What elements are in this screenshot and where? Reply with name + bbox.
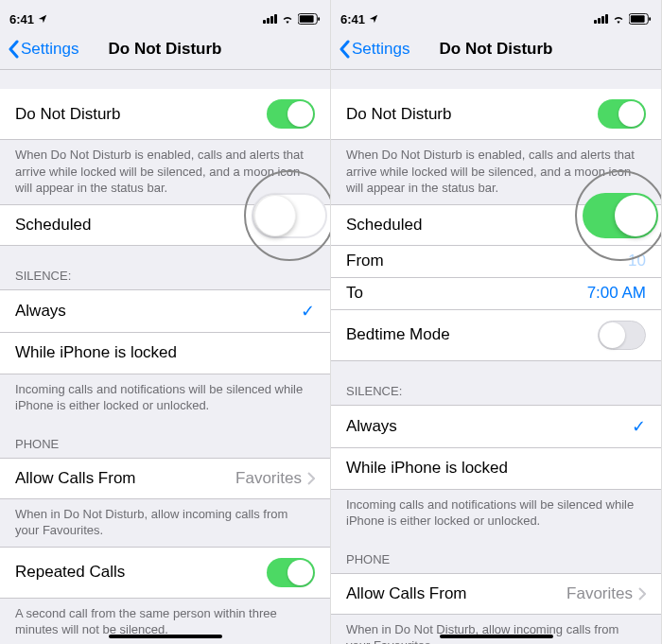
svg-rect-2	[318, 17, 320, 21]
silence-header: Silence:	[0, 246, 330, 289]
repeated-calls-row[interactable]: Repeated Calls	[0, 547, 330, 599]
dnd-row[interactable]: Do Not Disturb	[331, 89, 661, 140]
signal-icon	[594, 14, 608, 24]
dnd-toggle[interactable]	[267, 99, 315, 129]
nav-title: Do Not Disturb	[440, 40, 553, 59]
status-right	[263, 13, 321, 25]
status-right	[594, 13, 652, 25]
scheduled-toggle-enlarged[interactable]	[252, 193, 327, 238]
to-row[interactable]: To 7:00 AM	[331, 278, 661, 310]
scheduled-toggle-enlarged[interactable]	[583, 193, 658, 238]
while-locked-label: While iPhone is locked	[346, 459, 508, 478]
while-locked-label: While iPhone is locked	[15, 343, 177, 362]
wifi-icon	[612, 14, 625, 24]
to-value: 7:00 AM	[587, 284, 646, 303]
always-label: Always	[346, 417, 397, 436]
home-indicator[interactable]	[440, 635, 553, 638]
dnd-toggle[interactable]	[598, 99, 646, 129]
settings-content[interactable]: Do Not Disturb When Do Not Disturb is en…	[0, 70, 330, 644]
repeated-calls-label: Repeated Calls	[15, 563, 125, 582]
allow-calls-value: Favorites	[235, 469, 302, 488]
status-bar: 6:41	[331, 9, 661, 28]
scheduled-label: Scheduled	[346, 216, 422, 235]
allow-calls-row[interactable]: Allow Calls From Favorites	[0, 458, 330, 499]
chevron-left-icon	[8, 40, 19, 59]
always-label: Always	[15, 302, 66, 321]
chevron-left-icon	[339, 40, 350, 59]
bedtime-row[interactable]: Bedtime Mode	[331, 310, 661, 361]
battery-icon	[629, 13, 652, 25]
status-bar: 6:41	[0, 9, 330, 28]
wifi-icon	[281, 14, 294, 24]
scheduled-label: Scheduled	[15, 216, 91, 235]
while-locked-row[interactable]: While iPhone is locked	[0, 333, 330, 374]
settings-content[interactable]: Do Not Disturb When Do Not Disturb is en…	[331, 70, 661, 644]
check-icon: ✓	[632, 416, 646, 437]
while-locked-row[interactable]: While iPhone is locked	[331, 448, 661, 490]
home-indicator[interactable]	[109, 635, 222, 638]
location-icon	[38, 14, 47, 24]
to-label: To	[346, 284, 363, 303]
from-label: From	[346, 252, 384, 270]
svg-rect-4	[631, 15, 645, 22]
dnd-row[interactable]: Do Not Disturb	[0, 89, 330, 140]
repeated-calls-toggle[interactable]	[267, 558, 315, 587]
bedtime-toggle[interactable]	[598, 321, 646, 350]
silence-footer: Incoming calls and notifications will be…	[0, 374, 330, 422]
back-label: Settings	[352, 40, 409, 59]
allow-calls-row[interactable]: Allow Calls From Favorites	[331, 573, 661, 615]
svg-rect-5	[649, 17, 651, 21]
silence-footer: Incoming calls and notifications will be…	[331, 490, 661, 537]
signal-icon	[263, 14, 277, 24]
silence-header: Silence:	[331, 361, 661, 405]
battery-icon	[298, 13, 321, 25]
allow-calls-value: Favorites	[566, 584, 633, 603]
back-button[interactable]: Settings	[0, 40, 78, 59]
allow-calls-footer: When in Do Not Disturb, allow incoming c…	[0, 499, 330, 547]
chevron-right-icon	[638, 587, 646, 600]
nav-bar: Settings Do Not Disturb	[331, 28, 661, 70]
back-label: Settings	[21, 40, 78, 59]
allow-calls-label: Allow Calls From	[15, 469, 136, 488]
phone-left: 6:41 Settings Do Not Disturb Do Not Dist…	[0, 0, 331, 644]
back-button[interactable]: Settings	[331, 40, 409, 59]
svg-rect-1	[300, 15, 314, 22]
check-icon: ✓	[301, 301, 315, 322]
phone-right: 6:41 Settings Do Not Disturb Do Not Dist…	[331, 0, 662, 644]
always-row[interactable]: Always ✓	[331, 405, 661, 448]
phone-header: Phone	[0, 422, 330, 458]
nav-bar: Settings Do Not Disturb	[0, 28, 330, 70]
dnd-label: Do Not Disturb	[346, 105, 451, 124]
allow-calls-footer: When in Do Not Disturb, allow incoming c…	[331, 615, 661, 644]
dnd-label: Do Not Disturb	[15, 105, 120, 124]
from-row[interactable]: From 10	[331, 246, 661, 278]
from-value: 10	[628, 252, 646, 270]
chevron-right-icon	[307, 472, 315, 485]
allow-calls-label: Allow Calls From	[346, 584, 467, 603]
location-icon	[369, 14, 378, 24]
bedtime-label: Bedtime Mode	[346, 325, 450, 344]
status-time: 6:41	[9, 12, 34, 26]
nav-title: Do Not Disturb	[109, 40, 222, 59]
phone-header: Phone	[331, 537, 661, 573]
status-time: 6:41	[340, 12, 365, 26]
always-row[interactable]: Always ✓	[0, 289, 330, 333]
